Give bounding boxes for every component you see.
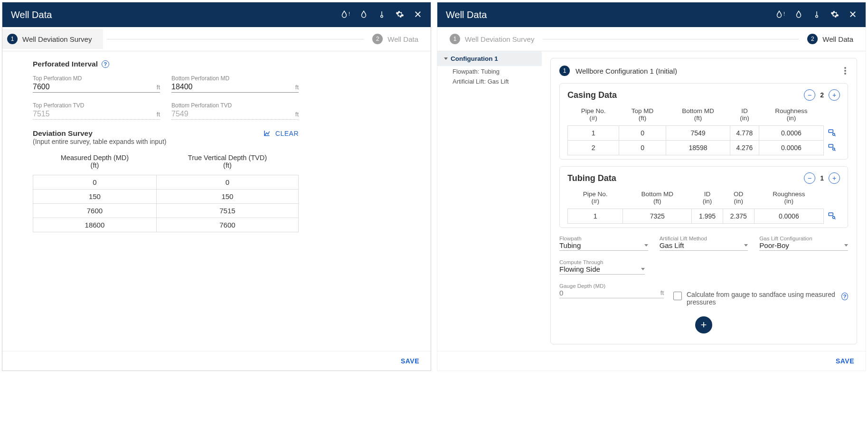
table-row[interactable]: 20185984.2760.0006 xyxy=(568,141,840,155)
field-label: Bottom Perforation MD xyxy=(171,75,299,82)
well-data-panel-left: Well Data ! 1 xyxy=(2,2,431,371)
tubing-decrement-button[interactable]: − xyxy=(804,172,815,184)
casing-decrement-button[interactable]: − xyxy=(804,89,815,101)
drop-alert-icon[interactable]: ! xyxy=(775,10,785,20)
sidebar-flowpath: Flowpath: Tubing xyxy=(437,66,542,76)
col-id: ID(in) xyxy=(692,189,723,209)
deviation-survey-title: Deviation Survey xyxy=(33,129,166,138)
casing-data-card: Casing Data − 2 + Pipe No.(#) xyxy=(559,83,848,160)
table-row[interactable]: 76007515 xyxy=(33,204,299,218)
chart-icon xyxy=(263,129,272,138)
deviation-survey-table: Measured Depth (MD)(ft) True Vertical De… xyxy=(33,151,299,232)
step-label: Well Deviation Survey xyxy=(465,35,534,43)
chevron-down-icon xyxy=(644,244,648,247)
drop-alert-icon[interactable]: ! xyxy=(340,10,350,20)
sidebar-item-label: Configuration 1 xyxy=(451,55,498,62)
table-row[interactable]: 186007600 xyxy=(33,218,299,232)
step-deviation-survey[interactable]: 1 Well Deviation Survey xyxy=(445,31,539,47)
deviation-survey-hint: (Input entire survey, table expands with… xyxy=(33,138,166,145)
svg-rect-6 xyxy=(829,213,833,216)
wellbore-config-card: 1 Wellbore Configuration 1 (Initial) Cas… xyxy=(550,58,857,344)
kebab-menu-icon[interactable] xyxy=(842,65,848,76)
gear-icon[interactable] xyxy=(830,10,839,20)
gear-icon[interactable] xyxy=(396,10,404,20)
col-id: ID(in) xyxy=(730,105,759,126)
clear-button[interactable]: CLEAR xyxy=(263,129,299,138)
select-value: Gas Lift xyxy=(660,241,684,249)
gauge-depth-input[interactable] xyxy=(559,289,658,297)
calculate-checkbox[interactable] xyxy=(673,292,682,300)
panel-footer: SAVE xyxy=(2,351,431,371)
close-icon[interactable] xyxy=(414,10,422,20)
add-configuration-button[interactable]: + xyxy=(695,316,712,333)
top-perforation-md-field[interactable]: Top Perforation MD ft xyxy=(33,75,160,93)
stepper-bar: 1 Well Deviation Survey 2 Well Data xyxy=(437,27,866,51)
col-od: OD(in) xyxy=(723,189,754,209)
top-perforation-tvd-field: Top Perforation TVD ft xyxy=(33,102,160,120)
flowpath-select[interactable]: Flowpath Tubing xyxy=(559,236,648,251)
config-card-title: Wellbore Configuration 1 (Initial) xyxy=(576,67,677,75)
save-button[interactable]: SAVE xyxy=(836,357,854,365)
bottom-perforation-md-input[interactable] xyxy=(171,83,292,91)
close-icon[interactable] xyxy=(849,10,857,20)
col-pipe-no: Pipe No.(#) xyxy=(568,189,623,209)
unit-label: ft xyxy=(157,84,160,91)
step-label: Well Data xyxy=(387,35,418,43)
top-perforation-md-input[interactable] xyxy=(33,83,154,91)
help-icon[interactable]: ? xyxy=(102,60,109,68)
step-deviation-survey[interactable]: 1 Well Deviation Survey xyxy=(2,29,103,49)
thermometer-icon[interactable] xyxy=(377,10,386,20)
casing-count: 2 xyxy=(820,91,824,99)
table-row[interactable]: 00 xyxy=(33,175,299,190)
drop-icon[interactable] xyxy=(359,10,368,20)
top-perforation-tvd-value xyxy=(33,110,154,118)
sidebar-lift: Artificial Lift: Gas Lift xyxy=(437,76,542,86)
select-value: Poor-Boy xyxy=(759,241,789,249)
table-row[interactable]: 173251.9952.3750.0006 xyxy=(568,209,840,224)
col-md: Measured Depth (MD)(ft) xyxy=(33,151,157,175)
step-label: Well Deviation Survey xyxy=(22,35,92,43)
panel-body: Configuration 1 Flowpath: Tubing Artific… xyxy=(437,51,866,351)
casing-increment-button[interactable]: + xyxy=(829,89,840,101)
gas-lift-config-select[interactable]: Gas Lift Configuration Poor-Boy xyxy=(759,236,848,251)
bottom-perforation-tvd-field: Bottom Perforation TVD ft xyxy=(171,102,299,120)
gauge-depth-field[interactable]: Gauge Depth (MD) ft xyxy=(559,283,664,298)
field-label: Top Perforation MD xyxy=(33,75,160,82)
field-label: Bottom Perforation TVD xyxy=(171,102,299,109)
drop-icon[interactable] xyxy=(794,10,803,20)
card-step-badge: 1 xyxy=(559,66,570,76)
table-row[interactable]: 1075494.7780.0006 xyxy=(568,126,840,141)
row-lookup-icon[interactable] xyxy=(828,145,836,153)
svg-rect-4 xyxy=(829,144,833,147)
chevron-down-icon xyxy=(444,57,448,60)
step-well-data[interactable]: 2 Well Data xyxy=(802,31,858,47)
help-icon[interactable]: ? xyxy=(841,293,848,300)
tubing-increment-button[interactable]: + xyxy=(829,172,840,184)
tubing-title: Tubing Data xyxy=(567,173,616,183)
section-title-perforated-interval: Perforated Interval ? xyxy=(33,60,299,68)
step-well-data[interactable]: 2 Well Data xyxy=(368,31,423,47)
well-data-panel-right: Well Data ! 1 xyxy=(437,2,866,371)
thermometer-icon[interactable] xyxy=(812,10,821,20)
unit-label: ft xyxy=(157,111,160,118)
stepper-divider xyxy=(543,39,799,39)
col-tvd: True Vertical Depth (TVD)(ft) xyxy=(156,151,298,175)
col-bottom-md: Bottom MD(ft) xyxy=(623,189,692,209)
bottom-perforation-tvd-value xyxy=(171,110,292,118)
table-row[interactable]: 150150 xyxy=(33,190,299,204)
compute-through-select[interactable]: Compute Through Flowing Side xyxy=(559,259,645,275)
panel-footer: SAVE xyxy=(437,351,866,371)
save-button[interactable]: SAVE xyxy=(401,357,419,365)
bottom-perforation-md-field[interactable]: Bottom Perforation MD ft xyxy=(171,75,299,93)
tubing-table: Pipe No.(#) Bottom MD(ft) ID(in) OD(in) … xyxy=(567,189,840,224)
unit-label: ft xyxy=(295,111,299,118)
select-label: Compute Through xyxy=(559,259,645,265)
chevron-down-icon xyxy=(844,244,848,247)
sidebar-item-configuration[interactable]: Configuration 1 xyxy=(437,51,542,66)
svg-point-0 xyxy=(381,15,383,18)
tubing-count: 1 xyxy=(820,174,824,182)
artificial-lift-select[interactable]: Artificial Lift Method Gas Lift xyxy=(660,236,748,251)
row-lookup-icon[interactable] xyxy=(828,131,836,138)
row-lookup-icon[interactable] xyxy=(828,214,836,221)
svg-point-5 xyxy=(832,148,835,150)
